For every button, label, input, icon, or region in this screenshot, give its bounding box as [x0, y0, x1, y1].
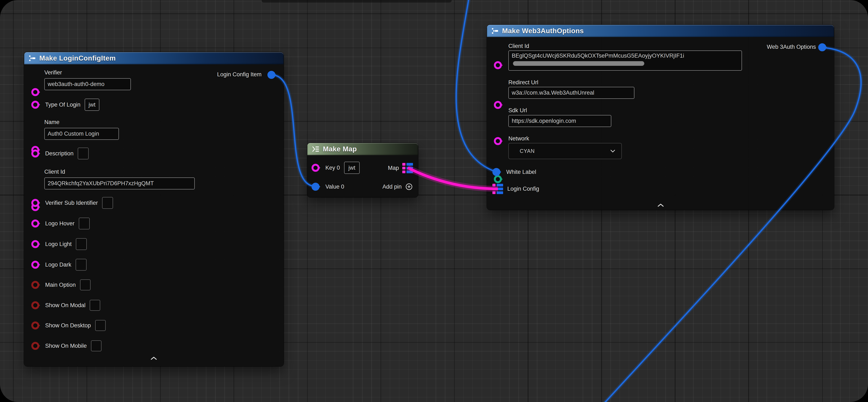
map-output-label: Map — [388, 165, 399, 171]
value-0-label: Value 0 — [326, 183, 344, 190]
network-dropdown[interactable]: CYAN — [508, 143, 622, 159]
show-on-mobile-row: Show On Mobile — [31, 340, 101, 352]
logo-light-row: Logo Light — [31, 238, 87, 250]
node-header[interactable]: Make Map — [307, 143, 418, 155]
logo-hover-label: Logo Hover — [45, 220, 74, 227]
logo-light-label: Logo Light — [45, 241, 72, 248]
logo-dark-input[interactable] — [75, 259, 87, 270]
make-struct-icon — [29, 55, 36, 61]
description-input[interactable] — [78, 148, 89, 160]
login-config-map-pin-icon[interactable] — [492, 184, 503, 194]
offscreen-node-edge — [261, 0, 452, 2]
client-id-pin-label: Client Id — [508, 43, 529, 50]
show-on-modal-row: Show On Modal — [31, 299, 100, 311]
verifier-sub-identifier-pin[interactable] — [31, 199, 39, 207]
client-id-input[interactable]: 294QRkchfq2YaXUbPri7D6PH7xzHgQMT — [44, 177, 195, 190]
type-of-login-input[interactable]: jwt — [85, 98, 99, 111]
type-of-login-row: Type Of Login jwt — [31, 98, 99, 111]
show-on-modal-pin[interactable] — [31, 301, 39, 309]
map-pin-icon[interactable] — [402, 163, 413, 173]
client-id-pin[interactable] — [494, 61, 502, 69]
output-pin-label: Web 3Auth Options — [767, 44, 816, 50]
client-id-horizontal-scrollbar[interactable] — [513, 61, 644, 66]
show-on-desktop-checkbox[interactable] — [95, 320, 106, 331]
show-on-modal-checkbox[interactable] — [90, 300, 100, 311]
node-title: Make Map — [323, 145, 357, 153]
type-of-login-label: Type Of Login — [45, 102, 81, 108]
dropdown-chevron-icon — [611, 150, 615, 153]
white-label-label: White Label — [506, 169, 536, 175]
make-map-icon — [312, 146, 319, 152]
output-pin-label: Login Config Item — [217, 71, 261, 78]
key-0-row: Key 0 jwt — [312, 162, 360, 174]
show-on-modal-label: Show On Modal — [45, 302, 86, 309]
collapse-node-chevron-icon[interactable] — [657, 203, 664, 207]
verifier-input[interactable]: web3auth-auth0-demo — [44, 78, 131, 90]
logo-hover-input[interactable] — [79, 218, 90, 229]
add-pin-button[interactable]: Add pin — [382, 181, 413, 192]
verifier-sub-identifier-row: Verifier Sub Identifier — [31, 197, 113, 209]
node-title: Make Web3AuthOptions — [502, 27, 584, 35]
add-pin-label: Add pin — [382, 183, 402, 190]
key-0-pin[interactable] — [312, 164, 319, 172]
show-on-desktop-row: Show On Desktop — [31, 320, 106, 332]
node-header[interactable]: Make Web3AuthOptions — [487, 25, 834, 37]
blueprint-editor: Make LoginConfigItem Login Config Item V… — [0, 0, 868, 402]
node-header[interactable]: Make LoginConfigItem — [24, 52, 284, 64]
main-option-row: Main Option — [31, 279, 91, 291]
logo-hover-row: Logo Hover — [31, 218, 90, 230]
description-label: Description — [45, 150, 73, 157]
redirect-url-input[interactable]: w3a://com.w3a.Web3AuthUnreal — [508, 87, 634, 99]
main-option-label: Main Option — [45, 282, 76, 288]
web3auth-options-output-pin[interactable] — [818, 43, 826, 51]
white-label-row: White Label — [492, 167, 536, 177]
sdk-url-pin[interactable] — [494, 137, 502, 145]
white-label-pin[interactable] — [492, 168, 500, 176]
logo-light-pin[interactable] — [31, 240, 39, 248]
map-output-row: Map — [388, 163, 413, 173]
show-on-mobile-checkbox[interactable] — [91, 340, 101, 351]
type-of-login-pin[interactable] — [31, 101, 39, 109]
login-config-label: Login Config — [507, 185, 539, 192]
make-struct-icon — [492, 28, 499, 34]
collapse-node-chevron-icon[interactable] — [151, 356, 157, 360]
login-config-row: Login Config — [492, 183, 539, 195]
verifier-sub-identifier-label: Verifier Sub Identifier — [45, 200, 98, 206]
logo-dark-label: Logo Dark — [45, 262, 71, 268]
show-on-mobile-label: Show On Mobile — [45, 343, 87, 349]
network-pin-label: Network — [508, 135, 529, 142]
logo-dark-row: Logo Dark — [31, 259, 87, 271]
add-pin-plus-icon[interactable] — [405, 183, 413, 191]
logo-dark-pin[interactable] — [31, 261, 39, 269]
client-id-value: BEglQSgt4cUWcj6SKRdu5QkOXTsePmMcusG5EAoy… — [512, 53, 684, 59]
verifier-sub-identifier-input[interactable] — [102, 197, 113, 209]
client-id-input[interactable]: BEglQSgt4cUWcj6SKRdu5QkOXTsePmMcusG5EAoy… — [508, 51, 742, 70]
key-0-input[interactable]: jwt — [344, 162, 360, 174]
redirect-url-pin[interactable] — [494, 101, 502, 109]
node-make-web3authoptions[interactable]: Make Web3AuthOptions Web 3Auth Options C… — [487, 25, 834, 210]
show-on-desktop-pin[interactable] — [31, 321, 39, 329]
main-option-checkbox[interactable] — [80, 280, 91, 290]
name-input[interactable]: Auth0 Custom Login — [44, 128, 119, 140]
show-on-mobile-pin[interactable] — [31, 342, 39, 350]
main-option-pin[interactable] — [31, 281, 39, 289]
logo-hover-pin[interactable] — [31, 220, 39, 228]
verifier-pin[interactable] — [31, 88, 39, 96]
description-pin[interactable] — [31, 149, 39, 157]
verifier-pin-label: Verifier — [44, 69, 62, 76]
key-0-label: Key 0 — [326, 165, 340, 171]
redirect-url-pin-label: Redirect Url — [508, 79, 538, 86]
client-id-pin-label: Client Id — [44, 169, 65, 175]
value-0-pin[interactable] — [312, 183, 319, 191]
show-on-desktop-label: Show On Desktop — [45, 322, 91, 329]
sdk-url-input[interactable]: https://sdk.openlogin.com — [508, 115, 611, 127]
login-config-item-output-pin[interactable] — [268, 71, 275, 79]
network-selected-value: CYAN — [520, 148, 535, 154]
value-0-row: Value 0 — [312, 181, 344, 192]
logo-light-input[interactable] — [76, 238, 87, 250]
sdk-url-pin-label: Sdk Url — [508, 107, 527, 114]
node-make-map[interactable]: Make Map Key 0 jwt Map Value 0 Add pin — [307, 143, 418, 197]
node-make-loginconfigitem[interactable]: Make LoginConfigItem Login Config Item V… — [24, 52, 284, 366]
description-row: Description — [31, 147, 89, 160]
node-title: Make LoginConfigItem — [39, 54, 116, 62]
